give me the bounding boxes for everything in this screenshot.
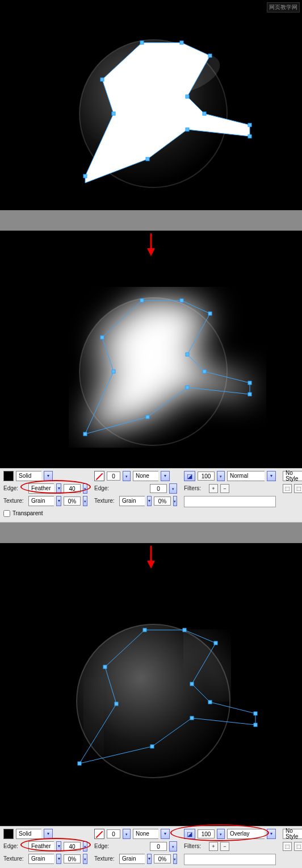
svg-rect-20: [112, 370, 115, 373]
fill-swatch[interactable]: [3, 471, 14, 481]
fill-swatch-2[interactable]: [3, 829, 14, 839]
style-btn-1[interactable]: ⬚: [283, 484, 292, 493]
fill-texture-dropdown-2[interactable]: Grain: [28, 854, 54, 864]
canvas-svg-1: [0, 0, 302, 210]
svg-rect-12: [248, 135, 251, 138]
svg-rect-29: [186, 386, 189, 389]
svg-rect-9: [186, 95, 189, 98]
feather-stepper[interactable]: ▾: [83, 483, 87, 494]
filters-list[interactable]: [184, 496, 276, 507]
style-dropdown-2[interactable]: No Style: [283, 829, 302, 839]
svg-rect-21: [100, 336, 104, 339]
add-filter-button[interactable]: +: [209, 484, 218, 493]
feather-amount-input[interactable]: [64, 484, 81, 493]
arrow-down-2: [0, 543, 302, 570]
texture-label: Texture:: [3, 498, 26, 504]
svg-rect-27: [248, 381, 251, 385]
svg-rect-26: [203, 370, 206, 373]
svg-rect-25: [186, 353, 189, 356]
svg-marker-16: [147, 248, 155, 256]
edge-label: Edge:: [3, 486, 26, 491]
svg-rect-45: [190, 716, 194, 720]
svg-rect-41: [190, 682, 194, 686]
svg-rect-43: [254, 712, 257, 715]
svg-rect-46: [150, 745, 154, 748]
svg-rect-24: [208, 312, 212, 315]
svg-rect-37: [103, 665, 107, 669]
blend-mode-dropdown-2[interactable]: Overlay: [227, 829, 265, 839]
fill-type-dropdown-2[interactable]: Solid: [16, 829, 41, 839]
svg-rect-10: [203, 112, 206, 115]
opacity-input-2[interactable]: [198, 829, 215, 838]
add-filter-button-2[interactable]: +: [209, 842, 218, 851]
fill-type-arrow[interactable]: ▾: [44, 471, 53, 481]
svg-rect-40: [214, 641, 217, 645]
opacity-input[interactable]: [198, 471, 215, 481]
blend-mode-dropdown[interactable]: Normal: [227, 471, 265, 481]
fill-edge-dropdown[interactable]: Feather: [28, 483, 54, 494]
svg-rect-6: [140, 41, 144, 44]
stroke-type-dropdown-2[interactable]: None: [133, 829, 158, 839]
stroke-width-input[interactable]: [107, 471, 120, 481]
filters-list-2[interactable]: [184, 854, 276, 865]
opacity-icon[interactable]: ◪: [184, 471, 195, 481]
feather-amount-input-2[interactable]: [64, 842, 81, 851]
stroke-texture-dropdown[interactable]: Grain: [119, 496, 145, 506]
svg-marker-32: [147, 561, 155, 569]
svg-rect-35: [78, 762, 81, 765]
transparent-checkbox[interactable]: [3, 510, 10, 517]
svg-rect-39: [183, 628, 186, 632]
fill-type-dropdown[interactable]: Solid: [16, 471, 41, 481]
opacity-icon-2[interactable]: ◪: [184, 829, 195, 839]
canvas-svg-3: [0, 570, 302, 826]
svg-rect-3: [83, 174, 87, 178]
svg-rect-7: [180, 41, 183, 44]
style-dropdown[interactable]: No Style: [283, 471, 302, 481]
canvas-step3: [0, 570, 302, 826]
watermark: 网页教学网: [267, 2, 300, 12]
stroke-swatch[interactable]: [94, 471, 104, 481]
filters-label: Filters:: [184, 486, 207, 491]
transparent-label: Transparent: [12, 511, 43, 516]
properties-panel-2: Solid▾ Edge: Feather▾ ▾ Texture: Grain▾ …: [0, 826, 302, 868]
svg-rect-38: [143, 628, 146, 632]
texture-amount-input[interactable]: [64, 496, 81, 506]
fill-texture-dropdown[interactable]: Grain: [28, 496, 54, 506]
arrow-down-1: [0, 231, 302, 258]
properties-panel-1: Solid▾ Edge: Feather▾ ▾ Texture: Grain▾ …: [0, 468, 302, 523]
svg-rect-11: [248, 123, 251, 127]
svg-rect-8: [208, 54, 212, 57]
canvas-svg-2: [0, 258, 302, 468]
separator-2: [0, 523, 302, 543]
remove-filter-button-2[interactable]: −: [220, 842, 229, 851]
svg-rect-42: [208, 700, 212, 704]
svg-rect-4: [112, 112, 115, 115]
canvas-step1: 网页教学网: [0, 0, 302, 210]
stroke-type-dropdown[interactable]: None: [133, 471, 158, 481]
fill-edge-dropdown-2[interactable]: Feather: [28, 841, 54, 852]
stroke-swatch-2[interactable]: [94, 829, 104, 839]
svg-rect-23: [180, 299, 183, 302]
svg-rect-36: [115, 702, 118, 706]
remove-filter-button[interactable]: −: [220, 484, 229, 493]
stroke-edge-label: Edge:: [94, 486, 117, 491]
svg-rect-30: [146, 415, 149, 419]
svg-rect-14: [146, 157, 149, 161]
separator-1: [0, 210, 302, 231]
stroke-edge-input[interactable]: [150, 484, 167, 493]
style-btn-2[interactable]: ⬚: [294, 484, 302, 493]
svg-rect-28: [248, 393, 251, 396]
svg-rect-5: [100, 78, 104, 81]
canvas-step2: [0, 258, 302, 468]
svg-rect-19: [83, 432, 87, 436]
svg-rect-22: [140, 299, 144, 302]
svg-rect-13: [186, 128, 189, 131]
svg-rect-44: [254, 723, 257, 727]
